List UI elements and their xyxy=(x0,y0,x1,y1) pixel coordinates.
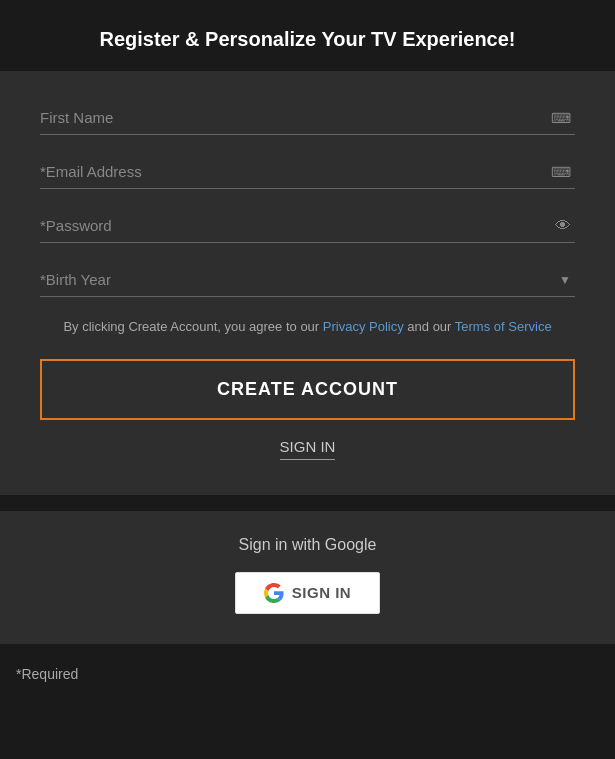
card-gap-2 xyxy=(0,644,615,652)
terms-of-service-link[interactable]: Terms of Service xyxy=(455,319,552,334)
card-gap xyxy=(0,495,615,503)
google-sign-in-label: Sign in with Google xyxy=(239,536,377,554)
email-input[interactable] xyxy=(40,155,575,188)
birth-year-group: *Birth Year 200520042003 200220012000 19… xyxy=(40,263,575,297)
terms-text: By clicking Create Account, you agree to… xyxy=(40,317,575,337)
create-account-button[interactable]: CREATE ACCOUNT xyxy=(40,359,575,420)
first-name-group: ⌨ xyxy=(40,101,575,135)
google-button-label: SIGN IN xyxy=(292,584,351,601)
required-note: *Required xyxy=(0,652,615,696)
sign-in-link[interactable]: SIGN IN xyxy=(280,438,336,460)
registration-form-card: ⌨ ⌨ 👁 *Birth Year 200520042003 200220012… xyxy=(0,71,615,495)
password-group: 👁 xyxy=(40,209,575,243)
email-group: ⌨ xyxy=(40,155,575,189)
privacy-policy-link[interactable]: Privacy Policy xyxy=(323,319,404,334)
first-name-input[interactable] xyxy=(40,101,575,134)
password-input[interactable] xyxy=(40,209,575,242)
google-sign-in-card: Sign in with Google SIGN IN xyxy=(0,511,615,644)
google-sign-in-button[interactable]: SIGN IN xyxy=(235,572,380,614)
birth-year-select[interactable]: *Birth Year 200520042003 200220012000 19… xyxy=(40,263,575,296)
page-title: Register & Personalize Your TV Experienc… xyxy=(0,0,615,71)
google-logo-icon xyxy=(264,583,284,603)
